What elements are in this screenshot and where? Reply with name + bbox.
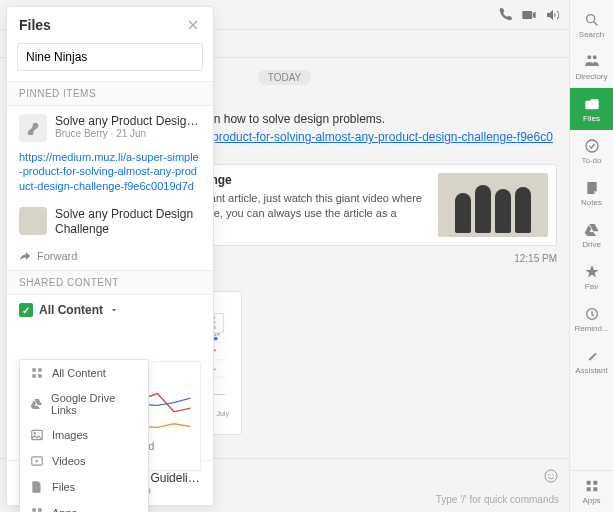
checkbox-icon: ✓ — [19, 303, 33, 317]
pinned-item[interactable]: Solve any Product Design C... Bruce Berr… — [7, 106, 213, 150]
video-icon[interactable] — [521, 7, 537, 23]
file-icon — [30, 480, 44, 494]
svg-point-37 — [545, 470, 557, 482]
panel-title: Files — [19, 17, 51, 33]
grid-icon — [30, 366, 44, 380]
apps-icon — [30, 506, 44, 512]
forward-action[interactable]: Forward — [37, 250, 77, 262]
star-icon — [584, 264, 600, 280]
clock-icon — [584, 306, 600, 322]
svg-point-41 — [586, 140, 598, 152]
directory-icon — [584, 54, 600, 70]
notes-icon — [584, 180, 600, 196]
drive-icon — [30, 397, 43, 411]
drive-icon — [584, 222, 600, 238]
forward-icon — [19, 250, 31, 262]
shared-header: SHARED CONTENT — [7, 270, 213, 295]
apps-icon — [584, 478, 600, 494]
date-pill: TODAY — [258, 70, 312, 85]
todo-icon — [584, 138, 600, 154]
dropdown-item[interactable]: Videos — [20, 448, 148, 474]
svg-point-25 — [214, 337, 218, 341]
pinned-title: Solve any Product Design Challenge — [55, 207, 201, 238]
volume-icon[interactable] — [545, 7, 561, 23]
emoji-icon[interactable] — [543, 468, 559, 484]
rail-fav[interactable]: Fav — [570, 256, 614, 298]
svg-point-39 — [552, 474, 553, 475]
close-icon[interactable] — [185, 17, 201, 33]
rail-files[interactable]: Files — [570, 88, 614, 130]
panel-search-input[interactable] — [17, 43, 203, 71]
wand-icon — [584, 348, 600, 364]
content-filter-dropdown: All Content Google Drive Links Images Vi… — [19, 359, 149, 512]
pinned-meta: Bruce Berry · 21 Jun — [55, 128, 205, 139]
dropdown-item[interactable]: Images — [20, 422, 148, 448]
dropdown-item[interactable]: Apps — [20, 500, 148, 512]
video-icon — [30, 454, 44, 468]
app-rail: Search Directory Files To-do Notes Drive… — [569, 0, 613, 512]
dropdown-item[interactable]: Files — [20, 474, 148, 500]
rail-search[interactable]: Search — [570, 4, 614, 46]
rail-todo[interactable]: To-do — [570, 130, 614, 172]
dropdown-item[interactable]: Google Drive Links — [20, 386, 148, 422]
rail-remind[interactable]: Remind... — [570, 298, 614, 340]
files-icon — [584, 96, 600, 112]
rail-apps[interactable]: Apps — [570, 470, 614, 512]
rail-notes[interactable]: Notes — [570, 172, 614, 214]
thumbnail-icon — [19, 207, 47, 235]
card-thumbnail — [438, 173, 548, 237]
rail-directory[interactable]: Directory — [570, 46, 614, 88]
chevron-down-icon — [109, 305, 119, 315]
phone-icon[interactable] — [497, 7, 513, 23]
dropdown-item[interactable]: All Content — [20, 360, 148, 386]
files-panel: Files PINNED ITEMS Solve any Product Des… — [6, 6, 214, 506]
pinned-link[interactable]: https://medium.muz.li/a-super-simple-pro… — [7, 150, 213, 199]
svg-point-38 — [548, 474, 549, 475]
svg-point-49 — [34, 432, 36, 434]
link-icon — [19, 114, 47, 142]
pinned-header: PINNED ITEMS — [7, 81, 213, 106]
svg-point-40 — [586, 14, 594, 22]
timestamp: 12:15 PM — [514, 253, 557, 264]
search-icon — [584, 12, 600, 28]
pinned-title: Solve any Product Design C... — [55, 114, 205, 128]
all-content-filter[interactable]: ✓ All Content — [7, 295, 213, 325]
rail-drive[interactable]: Drive — [570, 214, 614, 256]
rail-assistant[interactable]: Assistant — [570, 340, 614, 382]
image-icon — [30, 428, 44, 442]
pinned-item[interactable]: Solve any Product Design Challenge — [7, 199, 213, 246]
